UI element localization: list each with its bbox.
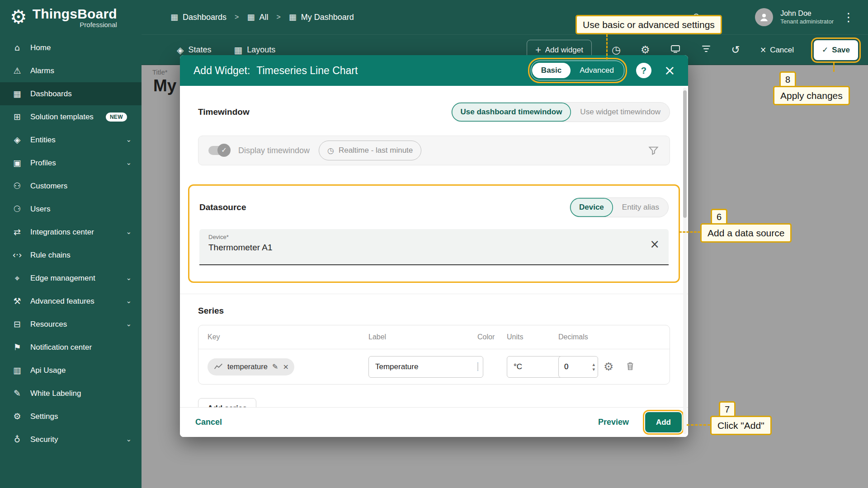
white-labeling-icon: ✎ [12, 389, 23, 398]
sidebar-item-edge-management[interactable]: ⌖Edge management⌄ [0, 267, 142, 290]
series-color-swatch[interactable] [477, 362, 478, 371]
timewindow-source-toggle: Use dashboard timewindow Use widget time… [451, 102, 670, 122]
remove-key-icon[interactable]: × [283, 363, 288, 371]
avatar[interactable] [755, 8, 773, 26]
realtime-label: Realtime - last minute [339, 146, 413, 155]
sidebar-item-label: Api Usage [30, 366, 66, 375]
breadcrumb-dashboards[interactable]: ▦ Dashboards [170, 13, 226, 22]
dashboards-icon: ▦ [12, 89, 23, 98]
dialog-close-icon[interactable]: × [660, 64, 679, 77]
annotation-connector [833, 63, 835, 72]
dialog-add-button[interactable]: Add [645, 412, 682, 432]
display-timewindow-label: Display timewindow [238, 146, 310, 155]
save-button[interactable]: ✓ Save [814, 40, 858, 60]
sidebar-item-home[interactable]: ⌂Home [0, 36, 142, 59]
series-table-header: Key Label Color Units Decimals [198, 325, 670, 349]
thingsboard-logo[interactable]: ⚙ ThingsBoard Professional [0, 6, 151, 28]
layouts-label: Layouts [247, 45, 275, 55]
series-settings-gear-icon[interactable]: ⚙ [604, 361, 613, 372]
history-icon[interactable]: ↺ [731, 45, 740, 55]
annotation-step-8-number: 8 [779, 71, 796, 88]
sidebar-item-profiles[interactable]: ▣Profiles⌄ [0, 151, 142, 174]
states-button[interactable]: ◈ States [177, 45, 211, 55]
toolbar-cancel-button[interactable]: × Cancel [760, 46, 794, 55]
series-key-chip[interactable]: temperature ✎ × [208, 358, 294, 375]
annotation-add-data-source: Add a data source [700, 223, 792, 243]
sidebar-item-label: Users [30, 205, 50, 214]
realtime-timewindow-button[interactable]: ◷ Realtime - last minute [319, 141, 421, 160]
notification-icon: ⚑ [12, 343, 23, 352]
sidebar-item-label: Edge management [30, 274, 95, 283]
annotation-connector [679, 231, 700, 233]
timewindow-control-row: ✓ Display timewindow ◷ Realtime - last m… [198, 136, 670, 165]
sidebar-item-resources[interactable]: ⊟Resources⌄ [0, 313, 142, 336]
basic-advanced-highlight-ring: Basic Advanced [528, 58, 627, 83]
sidebar-item-alarms[interactable]: ⚠Alarms [0, 59, 142, 82]
logo-title: ThingsBoard [33, 6, 117, 22]
sidebar-item-label: Profiles [30, 159, 56, 168]
toggle-check-icon: ✓ [221, 147, 227, 154]
basic-tab[interactable]: Basic [532, 63, 571, 78]
sidebar-item-customers[interactable]: ⚇Customers [0, 174, 142, 197]
sidebar-item-users[interactable]: ⚆Users [0, 197, 142, 221]
device-field[interactable]: Device* Thermometer A1 × [199, 229, 669, 265]
sidebar-item-white-labeling[interactable]: ✎White Labeling [0, 382, 142, 405]
use-dashboard-timewindow-option[interactable]: Use dashboard timewindow [452, 103, 571, 122]
stepper-down-icon[interactable]: ▾ [592, 367, 595, 372]
annotation-apply-changes: Apply changes [773, 86, 850, 105]
series-label-input[interactable] [368, 356, 483, 378]
layouts-button[interactable]: ▦ Layouts [234, 45, 275, 55]
sidebar-item-api-usage[interactable]: ▥Api Usage [0, 359, 142, 382]
breadcrumb-label: All [259, 13, 268, 22]
kebab-menu-icon[interactable]: ⋮ [841, 11, 856, 23]
breadcrumb-my-dashboard[interactable]: ▦ My Dashboard [289, 13, 354, 22]
series-units-input[interactable] [507, 356, 565, 378]
dashboard-settings-gear-icon[interactable]: ⚙ [641, 45, 650, 55]
grid-icon: ▦ [247, 13, 255, 21]
series-heading: Series [198, 306, 670, 316]
sidebar-item-advanced-features[interactable]: ⚒Advanced features⌄ [0, 290, 142, 313]
display-mode-icon[interactable] [670, 43, 681, 57]
sidebar-item-dashboards[interactable]: ▦Dashboards [0, 82, 142, 105]
device-clear-icon[interactable]: × [650, 238, 660, 250]
chevron-down-icon: ⌄ [126, 229, 132, 235]
series-delete-icon[interactable] [625, 361, 635, 373]
settings-icon: ⚙ [12, 412, 23, 421]
sidebar-item-integrations-center[interactable]: ⇄Integrations center⌄ [0, 221, 142, 244]
timewindow-filter-icon[interactable] [647, 145, 660, 157]
basic-advanced-toggle: Basic Advanced [531, 61, 624, 80]
device-field-value: Thermometer A1 [208, 243, 660, 253]
series-decimals-input[interactable] [560, 362, 581, 372]
dialog-footer: Cancel Preview Add [180, 407, 688, 437]
timewindow-clock-icon[interactable]: ◷ [612, 45, 621, 55]
sidebar-item-security[interactable]: ♁Security⌄ [0, 428, 142, 451]
advanced-tab[interactable]: Advanced [571, 66, 623, 75]
save-label: Save [832, 46, 850, 55]
dialog-body: Timewindow Use dashboard timewindow Use … [180, 102, 688, 418]
sidebar-item-rule-chains[interactable]: ‹·›Rule chains [0, 244, 142, 267]
decimals-stepper[interactable]: ▴ ▾ [592, 362, 595, 372]
breadcrumb-label: Dashboards [183, 13, 226, 22]
sidebar-item-settings[interactable]: ⚙Settings [0, 405, 142, 428]
sidebar-item-entities[interactable]: ◈Entities⌄ [0, 128, 142, 151]
header-user-area: John Doe Tenant administrator ⋮ [755, 8, 868, 26]
sidebar-item-label: White Labeling [30, 389, 81, 398]
states-icon: ◈ [177, 46, 184, 55]
edit-key-icon[interactable]: ✎ [272, 363, 278, 371]
sidebar-item-solution-templates[interactable]: ⊞Solution templatesNEW [0, 105, 142, 128]
stepper-up-icon[interactable]: ▴ [592, 362, 595, 367]
dialog-cancel-button[interactable]: Cancel [195, 418, 222, 427]
chevron-down-icon: ⌄ [126, 436, 132, 443]
breadcrumb-all[interactable]: ▦ All [247, 13, 268, 22]
preview-button[interactable]: Preview [598, 418, 629, 427]
display-timewindow-toggle[interactable]: ✓ [208, 146, 229, 155]
chevron-down-icon: ⌄ [126, 275, 132, 282]
filter-icon[interactable] [701, 43, 712, 57]
device-option[interactable]: Device [570, 198, 613, 217]
sidebar-item-label: Advanced features [30, 297, 94, 306]
use-widget-timewindow-option[interactable]: Use widget timewindow [571, 103, 670, 122]
help-icon[interactable]: ? [636, 63, 651, 78]
entity-alias-option[interactable]: Entity alias [613, 198, 668, 217]
sidebar-item-notification-center[interactable]: ⚑Notification center [0, 336, 142, 359]
dialog-scrollbar-thumb[interactable] [683, 90, 687, 218]
